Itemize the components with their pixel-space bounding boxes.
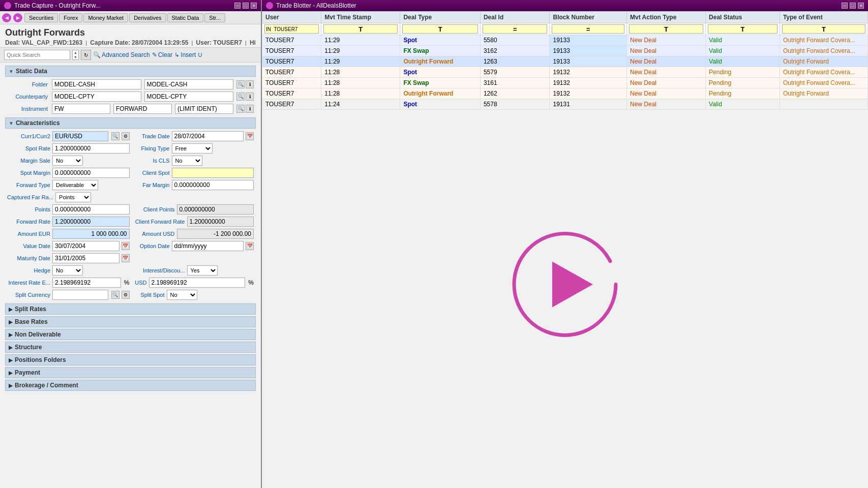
menu-money-market[interactable]: Money Market [83, 13, 128, 22]
left-window-controls[interactable]: ─ □ ✕ [234, 3, 257, 9]
split-currency-search-icon[interactable]: 🔍 [111, 291, 119, 299]
search-spin[interactable]: ▲ ▼ [72, 50, 79, 60]
minimize-btn[interactable]: ─ [234, 3, 241, 9]
right-close-btn[interactable]: ✕ [858, 3, 864, 9]
filter-user[interactable] [262, 23, 321, 35]
brokerage-section[interactable]: ▶ Brokerage / Comment [5, 380, 256, 391]
table-row[interactable]: TOUSER711:29FX Swap316219133New DealVali… [262, 46, 868, 56]
filter-block-number-input[interactable] [552, 24, 624, 34]
clear-link[interactable]: ✎ Clear [152, 51, 173, 58]
nav-forward-icon[interactable]: ▶ [13, 13, 22, 22]
option-date-row: Option Date dd/mm/yyyy 📅 [132, 240, 254, 252]
split-rates-section[interactable]: ▶ Split Rates [5, 303, 256, 315]
split-spot-row: Split Spot No [132, 289, 254, 300]
characteristics-header[interactable]: ▼ Characteristics [5, 117, 256, 129]
base-rates-section[interactable]: ▶ Base Rates [5, 316, 256, 327]
payment-section[interactable]: ▶ Payment [5, 367, 256, 378]
filter-mvt-time[interactable] [321, 23, 400, 35]
filter-type-event-input[interactable] [782, 24, 865, 34]
table-row[interactable]: TOUSER711:29Outright Forward126319133New… [262, 56, 868, 67]
filter-deal-id[interactable] [480, 23, 550, 35]
static-data-header[interactable]: ▼ Static Data [5, 66, 256, 77]
forward-type-select[interactable]: Deliverable [52, 180, 98, 190]
menu-static-data[interactable]: Static Data [167, 13, 204, 22]
filter-deal-type-input[interactable] [402, 24, 477, 34]
value-date-cal-icon[interactable]: 📅 [122, 242, 130, 250]
menu-forex[interactable]: Forex [59, 13, 82, 22]
right-minimize-btn[interactable]: ─ [842, 3, 848, 9]
curr-info-icon[interactable]: ⚙ [122, 132, 130, 140]
menu-derivatives[interactable]: Derivatives [129, 13, 166, 22]
menu-securities[interactable]: Securities [24, 13, 58, 22]
cell-block-number: 19132 [550, 88, 627, 99]
counterparty-icons: 🔍 ℹ [236, 93, 254, 101]
cell-type-event: Outright Forward [780, 56, 867, 67]
filter-mvt-action[interactable] [626, 23, 705, 35]
positions-folders-section[interactable]: ▶ Positions Folders [5, 354, 256, 365]
filter-deal-type[interactable] [400, 23, 480, 35]
interest-discou-select[interactable]: Yes [187, 265, 218, 276]
is-cls-select[interactable]: No [172, 156, 202, 166]
captured-far-ra-label: Captured Far Ra... [7, 194, 53, 200]
counterparty-value1: MODEL-CPTY [52, 92, 141, 102]
option-date-label: Option Date [132, 243, 170, 249]
option-date-cal-icon[interactable]: 📅 [246, 242, 254, 250]
cell-deal-id: 5579 [480, 67, 550, 78]
spot-rate-row: Spot Rate 1.200000000 [7, 143, 130, 154]
non-deliverable-arrow: ▶ [9, 332, 13, 338]
folder-row: Folder MODEL-CASH MODEL-CASH 🔍 ℹ [7, 79, 254, 90]
insert-link[interactable]: ↳ Insert [174, 51, 196, 58]
curr-search-icon[interactable]: 🔍 [111, 132, 119, 140]
split-currency-info-icon[interactable]: ⚙ [122, 291, 130, 299]
filter-deal-status[interactable] [706, 23, 780, 35]
characteristics-content: Curr1/Curr2 EUR/USD 🔍 ⚙ Trade Date 28/07… [5, 131, 256, 300]
advanced-search-link[interactable]: 🔍 Advanced Search [93, 51, 150, 58]
split-spot-select[interactable]: No [167, 290, 197, 300]
structure-section[interactable]: ▶ Structure [5, 342, 256, 353]
close-btn[interactable]: ✕ [251, 3, 257, 9]
menu-str[interactable]: Str... [204, 13, 225, 22]
interest-rate-e-label: Interest Rate E... [7, 280, 50, 286]
instrument-info-icon[interactable]: ℹ [246, 105, 254, 113]
filter-deal-id-input[interactable] [483, 24, 548, 34]
fixing-type-select[interactable]: Free [172, 143, 213, 154]
instrument-search-icon[interactable]: 🔍 [236, 105, 245, 113]
fixing-type-label: Fixing Type [132, 145, 170, 151]
table-row[interactable]: TOUSER711:29Spot558019133New DealValidOu… [262, 35, 868, 46]
refresh-btn[interactable]: ↻ [81, 50, 91, 60]
table-row[interactable]: TOUSER711:24Spot557819131New DealValid [262, 99, 868, 110]
captured-far-ra-select[interactable]: Points [55, 192, 91, 202]
filter-type-event[interactable] [780, 23, 867, 35]
amount-usd-value: -1 200 000.00 [177, 229, 254, 239]
folder-search-icon[interactable]: 🔍 [236, 80, 245, 88]
extra-link[interactable]: U [198, 52, 202, 58]
trade-date-cal-icon[interactable]: 📅 [246, 132, 254, 140]
left-titlebar: Trade Capture - Outright Forw... ─ □ ✕ [0, 0, 261, 11]
filter-mvt-time-input[interactable] [323, 24, 398, 34]
cell-user: TOUSER7 [262, 56, 321, 67]
folder-info-icon[interactable]: ℹ [246, 80, 254, 88]
maximize-btn[interactable]: □ [243, 3, 249, 9]
maturity-date-cal-icon[interactable]: 📅 [122, 254, 130, 262]
counterparty-search-icon[interactable]: 🔍 [236, 93, 245, 101]
filter-user-input[interactable] [264, 24, 319, 34]
cell-deal-type: Spot [400, 35, 480, 46]
right-maximize-btn[interactable]: □ [850, 3, 856, 9]
right-window-controls[interactable]: ─ □ ✕ [842, 3, 864, 9]
spin-down-icon[interactable]: ▼ [73, 55, 78, 59]
filter-deal-status-input[interactable] [708, 24, 777, 34]
quick-search-input[interactable] [4, 50, 70, 60]
counterparty-info-icon[interactable]: ℹ [246, 93, 254, 101]
table-row[interactable]: TOUSER711:28FX Swap316119132New DealPend… [262, 78, 868, 88]
filter-mvt-action-input[interactable] [629, 24, 703, 34]
hedge-select[interactable]: No [52, 265, 83, 276]
spin-up-icon[interactable]: ▲ [73, 50, 78, 55]
non-deliverable-section[interactable]: ▶ Non Deliverable [5, 329, 256, 340]
table-row[interactable]: TOUSER711:28Spot557919132New DealPending… [262, 67, 868, 78]
filter-block-number[interactable] [550, 23, 627, 35]
margin-sale-select[interactable]: No [52, 156, 83, 166]
cell-mvt-action: New Deal [626, 88, 705, 99]
nav-back-icon[interactable]: ◀ [2, 13, 11, 22]
table-row[interactable]: TOUSER711:28Outright Forward126219132New… [262, 88, 868, 99]
cell-deal-status: Pending [706, 78, 780, 88]
